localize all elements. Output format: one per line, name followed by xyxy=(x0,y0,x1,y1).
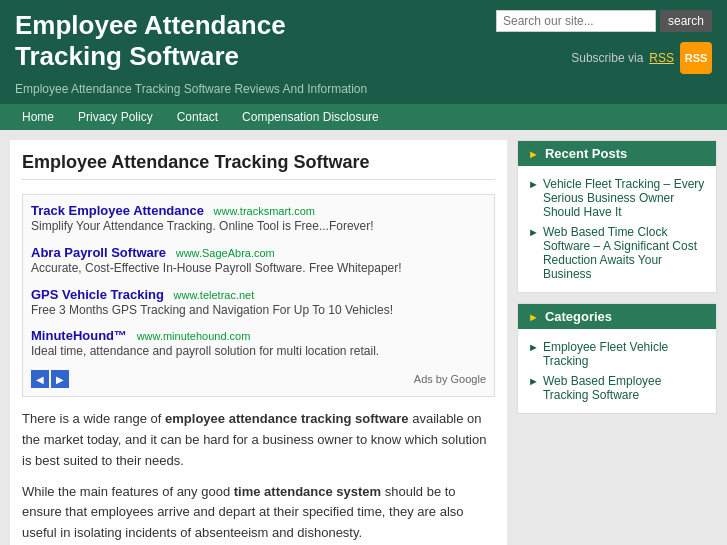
bold-text-2: time attendance system xyxy=(234,484,381,499)
nav-home[interactable]: Home xyxy=(10,104,66,130)
recent-post-1-text: Vehicle Fleet Tracking – Every Serious B… xyxy=(543,177,706,219)
chevron-icon-4: ► xyxy=(528,375,539,387)
categories-body: ► Employee Fleet Vehicle Tracking ► Web … xyxy=(518,329,716,413)
chevron-icon-2: ► xyxy=(528,226,539,238)
category-1-text: Employee Fleet Vehicle Tracking xyxy=(543,340,706,368)
body-para2: While the main features of any good time… xyxy=(22,482,495,544)
ad-desc-1: Simplify Your Attendance Tracking. Onlin… xyxy=(31,218,486,235)
header: Employee Attendance Tracking Software se… xyxy=(0,0,727,82)
tagline: Employee Attendance Tracking Software Re… xyxy=(0,82,727,104)
main-layout: Employee Attendance Tracking Software Tr… xyxy=(0,130,727,545)
subscribe-text: Subscribe via xyxy=(571,51,643,65)
ad-item-4: MinuteHound™ www.minutehound.com Ideal t… xyxy=(31,328,486,360)
recent-posts-body: ► Vehicle Fleet Tracking – Every Serious… xyxy=(518,166,716,292)
bold-text-1: employee attendance tracking software xyxy=(165,411,408,426)
category-2-text: Web Based Employee Tracking Software xyxy=(543,374,706,402)
ad-url-1: www.tracksmart.com xyxy=(214,205,315,217)
ad-url-3: www.teletrac.net xyxy=(174,289,255,301)
nav: Home Privacy Policy Contact Compensation… xyxy=(0,104,727,130)
ad-title-1[interactable]: Track Employee Attendance xyxy=(31,203,204,218)
ad-prev-button[interactable]: ◀ xyxy=(31,370,49,388)
content: Employee Attendance Tracking Software Tr… xyxy=(10,140,507,545)
ad-item-1: Track Employee Attendance www.tracksmart… xyxy=(31,203,486,235)
recent-posts-arrow-icon: ► xyxy=(528,148,539,160)
search-button[interactable]: search xyxy=(660,10,712,32)
page-heading: Employee Attendance Tracking Software xyxy=(22,152,495,180)
rss-text-link[interactable]: RSS xyxy=(649,51,674,65)
ad-item-3: GPS Vehicle Tracking www.teletrac.net Fr… xyxy=(31,287,486,319)
sidebar: ► Recent Posts ► Vehicle Fleet Tracking … xyxy=(517,140,717,545)
ads-footer: ◀ ▶ Ads by Google xyxy=(31,370,486,388)
ads-block: Track Employee Attendance www.tracksmart… xyxy=(22,194,495,397)
ad-title-2[interactable]: Abra Payroll Software xyxy=(31,245,166,260)
search-input[interactable] xyxy=(496,10,656,32)
recent-posts-label: Recent Posts xyxy=(545,146,627,161)
recent-post-2-text: Web Based Time Clock Software – A Signif… xyxy=(543,225,706,281)
ad-desc-2: Accurate, Cost-Effective In-House Payrol… xyxy=(31,260,486,277)
ads-by-google: Ads by Google xyxy=(414,373,486,385)
ad-next-button[interactable]: ▶ xyxy=(51,370,69,388)
category-2[interactable]: ► Web Based Employee Tracking Software xyxy=(528,371,706,405)
chevron-icon-1: ► xyxy=(528,178,539,190)
body-para1: There is a wide range of employee attend… xyxy=(22,409,495,471)
ad-url-4: www.minutehound.com xyxy=(137,330,251,342)
nav-contact[interactable]: Contact xyxy=(165,104,230,130)
recent-posts-widget: ► Recent Posts ► Vehicle Fleet Tracking … xyxy=(517,140,717,293)
nav-privacy[interactable]: Privacy Policy xyxy=(66,104,165,130)
category-1[interactable]: ► Employee Fleet Vehicle Tracking xyxy=(528,337,706,371)
rss-icon[interactable]: RSS xyxy=(680,42,712,74)
ad-title-4[interactable]: MinuteHound™ xyxy=(31,328,127,343)
ad-item-2: Abra Payroll Software www.SageAbra.com A… xyxy=(31,245,486,277)
chevron-icon-3: ► xyxy=(528,341,539,353)
recent-posts-header: ► Recent Posts xyxy=(518,141,716,166)
ad-nav-arrows: ◀ ▶ xyxy=(31,370,69,388)
site-title: Employee Attendance Tracking Software xyxy=(15,10,395,72)
header-right: search Subscribe via RSS RSS xyxy=(496,10,712,74)
subscribe-area: Subscribe via RSS RSS xyxy=(571,42,712,74)
ad-desc-3: Free 3 Months GPS Tracking and Navigatio… xyxy=(31,302,486,319)
ad-desc-4: Ideal time, attendance and payroll solut… xyxy=(31,343,486,360)
categories-header: ► Categories xyxy=(518,304,716,329)
categories-widget: ► Categories ► Employee Fleet Vehicle Tr… xyxy=(517,303,717,414)
categories-arrow-icon: ► xyxy=(528,311,539,323)
recent-post-1[interactable]: ► Vehicle Fleet Tracking – Every Serious… xyxy=(528,174,706,222)
recent-post-2[interactable]: ► Web Based Time Clock Software – A Sign… xyxy=(528,222,706,284)
nav-compensation[interactable]: Compensation Disclosure xyxy=(230,104,391,130)
ad-title-3[interactable]: GPS Vehicle Tracking xyxy=(31,287,164,302)
categories-label: Categories xyxy=(545,309,612,324)
ad-url-2: www.SageAbra.com xyxy=(176,247,275,259)
search-bar: search xyxy=(496,10,712,32)
